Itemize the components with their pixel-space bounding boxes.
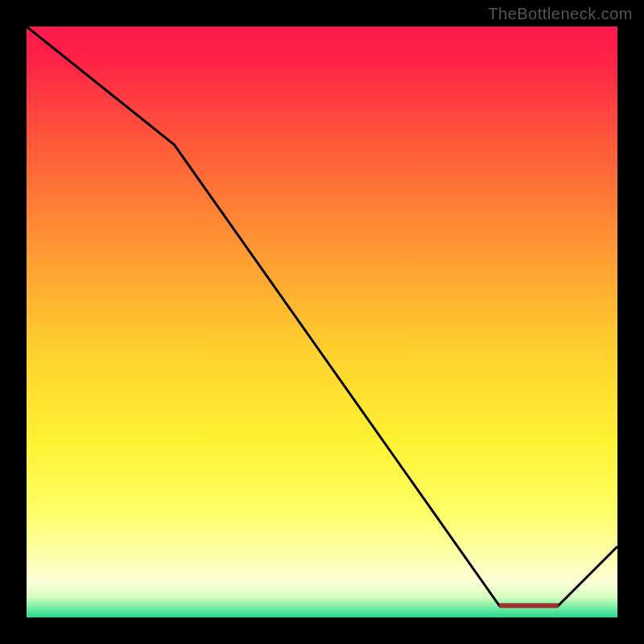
chart-line [27,27,617,617]
chart-frame: TheBottleneck.com [0,0,644,644]
svg-rect-1 [499,603,558,608]
watermark-text: TheBottleneck.com [488,5,633,23]
plot-area [27,27,617,617]
